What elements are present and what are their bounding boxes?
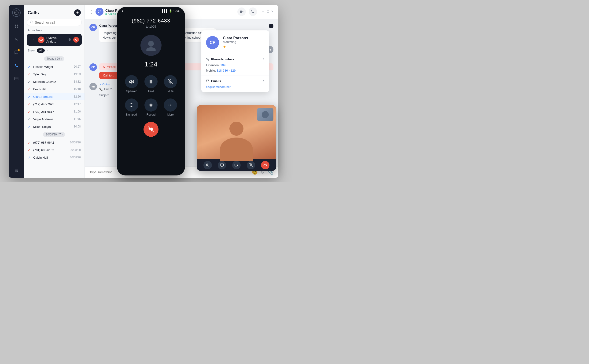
call-back-button[interactable]: Call to... — [99, 72, 118, 79]
phone-section-header: Phone Numbers ∧ — [201, 54, 269, 63]
call-name: Rosalie Wright — [33, 65, 72, 69]
add-call-button[interactable]: + — [74, 9, 81, 16]
phone-to: to 1005 — [122, 25, 180, 28]
svg-point-18 — [77, 22, 77, 22]
missed-call-avatar: CP — [89, 63, 97, 71]
phone-overlay: ▾ ▌▌▌ 🔋 12:30 (982) 772-6483 to 1005 1:2… — [117, 7, 185, 176]
call-time: 20:57 — [74, 65, 81, 68]
call-time: 11:46 — [74, 117, 81, 121]
call-item[interactable]: ↙ Tyler Day 19:33 — [24, 70, 85, 78]
app-logo — [12, 8, 21, 17]
missed-arrow-icon: ↙ — [28, 148, 31, 152]
sidebar-item-messages[interactable] — [13, 49, 20, 56]
video-end-button[interactable] — [261, 161, 270, 169]
video-mute-button[interactable] — [247, 161, 255, 169]
call-item[interactable]: ↗ Calvin Hall 30/08/20 — [24, 154, 85, 161]
active-call-item[interactable]: ⋮⋮ CA Cynthia Ande... — [27, 34, 82, 46]
svg-point-11 — [17, 171, 18, 172]
missed-arrow-icon: ↙ — [28, 141, 31, 144]
mic-icon[interactable] — [68, 38, 71, 42]
svg-rect-6 — [15, 77, 18, 80]
sidebar-item-contacts[interactable] — [13, 36, 20, 43]
call-item[interactable]: ↗ Rosalie Wright 20:57 — [24, 63, 85, 70]
camera-toggle-button[interactable] — [232, 161, 241, 169]
outgoing-arrow-icon: ↗ — [28, 156, 31, 159]
svg-point-30 — [146, 47, 156, 51]
svg-point-43 — [132, 106, 133, 107]
call-item[interactable]: ↙ (730) 281-6617 11:50 — [24, 108, 85, 115]
call-name: Calvin Hall — [33, 156, 68, 159]
sidebar-item-grid[interactable] — [13, 22, 20, 30]
call-time: 30/08/20 — [70, 148, 81, 152]
sidebar-item-phone[interactable] — [13, 62, 20, 69]
favorite-star-icon[interactable]: ★ — [223, 45, 248, 49]
svg-point-29 — [148, 41, 154, 46]
end-call-button-main[interactable] — [144, 122, 159, 137]
hold-button[interactable]: Hold — [145, 75, 158, 93]
call-time: 15:10 — [74, 87, 81, 91]
video-main — [197, 105, 276, 159]
svg-point-19 — [78, 22, 78, 22]
voice-call-button[interactable] — [249, 7, 257, 16]
incoming-arrow-icon: ↙ — [28, 80, 31, 84]
contact-card: CP Ciara Parsons Marketing ★ — [201, 30, 269, 54]
sidebar-item-settings[interactable] — [13, 167, 20, 174]
info-icon[interactable]: i — [269, 24, 273, 28]
svg-point-22 — [78, 23, 78, 23]
add-participant-button[interactable] — [203, 161, 212, 169]
call-timer: 1:24 — [117, 61, 185, 68]
record-button[interactable]: Record — [145, 98, 158, 116]
maximize-button[interactable]: □ — [267, 9, 269, 14]
filter-badge[interactable]: All — [37, 48, 45, 53]
svg-point-38 — [130, 105, 131, 105]
call-item[interactable]: ↗ Milton Knight 10:08 — [24, 123, 85, 130]
svg-marker-31 — [129, 80, 131, 83]
call-item[interactable]: ↙ (781) 693-6162 30/08/20 — [24, 146, 85, 154]
calls-panel: Calls + Active lines ⋮⋮ — [24, 5, 85, 178]
missed-arrow-icon: ↙ — [28, 72, 31, 76]
mobile-row: Mobile: 318-636-4129 — [206, 69, 265, 72]
email-content: ca@somecom.net — [201, 85, 269, 92]
dialpad-icon[interactable] — [75, 20, 79, 24]
call-list: Today ( 29 ) ↗ Rosalie Wright 20:57 ↙ Ty… — [24, 54, 85, 178]
search-input[interactable] — [35, 21, 73, 24]
call-item-active[interactable]: ↗ Ciara Parsons 12:26 — [24, 93, 85, 100]
call-time-milton: 10:08 — [74, 125, 81, 128]
video-call-button[interactable] — [237, 7, 246, 16]
calls-title: Calls — [28, 10, 39, 15]
record-label: Record — [146, 113, 156, 116]
call-item[interactable]: ↙ (979) 987-9642 30/08/20 — [24, 139, 85, 146]
status-time: 12:30 — [173, 9, 180, 13]
call-item[interactable]: ↙ Frank Hill 15:10 — [24, 85, 85, 93]
phone-status-bar: ▾ ▌▌▌ 🔋 12:30 — [117, 7, 185, 14]
mute-button[interactable]: Mute — [164, 75, 177, 93]
drag-handle: ⋮⋮ — [29, 38, 35, 41]
show-filter: Show: All — [24, 47, 85, 54]
svg-point-50 — [206, 164, 208, 165]
phone-section-chevron[interactable]: ∧ — [262, 57, 265, 61]
call-item[interactable]: ↙ (719) 446-7695 12:17 — [24, 100, 85, 108]
email-section-chevron[interactable]: ∧ — [262, 79, 265, 83]
minimize-button[interactable]: − — [262, 9, 264, 14]
phone-numbers-section: Phone Numbers ∧ Extention: 109 Mobile: 3… — [201, 54, 269, 76]
more-button[interactable]: More — [164, 98, 177, 116]
extension-link[interactable]: 109 — [220, 63, 225, 67]
call-name-active: Ciara Parsons — [33, 95, 72, 98]
svg-point-46 — [169, 104, 170, 105]
close-button[interactable]: × — [271, 9, 273, 14]
more-options-icon[interactable]: ⋮ — [89, 9, 94, 14]
active-call-avatar: CA — [38, 37, 45, 43]
call-item[interactable]: ↙ Mathilda Chavez 18:32 — [24, 78, 85, 85]
screen-share-button[interactable] — [218, 161, 226, 169]
call-controls: Speaker Hold — [117, 75, 185, 116]
end-call-button[interactable] — [73, 37, 79, 43]
email-link[interactable]: ca@somecom.net — [206, 85, 231, 89]
window-controls: − □ × — [262, 9, 273, 14]
battery-icon: 🔋 — [169, 9, 172, 13]
call-name: Tyler Day — [33, 72, 72, 76]
call-item[interactable]: ↙ Virgie Andrews 11:46 — [24, 115, 85, 123]
mobile-link[interactable]: 318-636-4129 — [217, 69, 236, 72]
speaker-button[interactable]: Speaker — [125, 75, 138, 93]
sidebar-item-voicemail[interactable] — [13, 75, 20, 82]
numpad-button[interactable]: Numpad — [125, 98, 138, 116]
